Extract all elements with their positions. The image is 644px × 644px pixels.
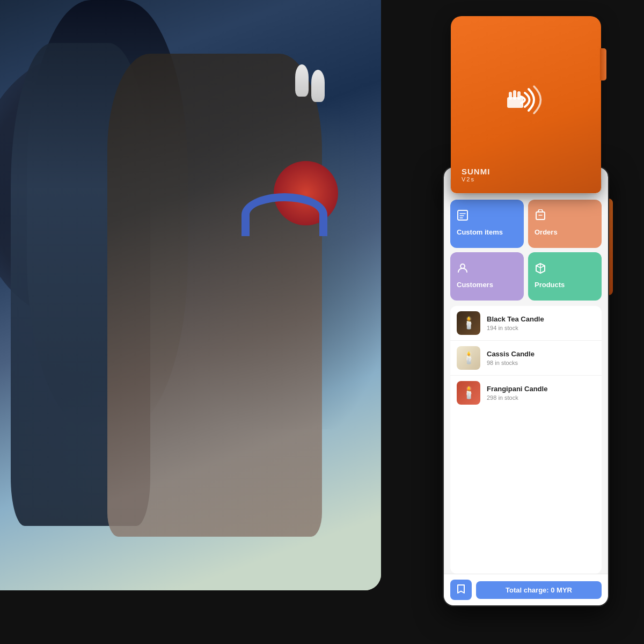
product-thumb: 🕯️	[457, 381, 480, 405]
product-name: Cassis Candle	[487, 350, 595, 359]
bottom-bar: Total charge: 0 MYR	[444, 574, 608, 605]
svg-rect-13	[536, 212, 545, 219]
product-item-cassis[interactable]: 🕯️ Cassis Candle 98 in stocks	[450, 341, 602, 376]
model-name: V2s	[462, 176, 490, 182]
svg-rect-2	[513, 90, 516, 100]
terminal-brand: SUNMI V2s	[462, 167, 490, 182]
custom-items-icon	[457, 209, 469, 224]
product-list: 🕯️ Black Tea Candle 194 in stock 🕯️ Cass…	[450, 306, 602, 574]
category-grid: Custom items Orders	[450, 200, 602, 301]
products-button[interactable]: Products	[528, 252, 602, 301]
background-photo	[0, 0, 381, 590]
product-item-frangipani[interactable]: 🕯️ Frangipani Candle 298 in stock	[450, 376, 602, 410]
product-info: Cassis Candle 98 in stocks	[487, 350, 595, 367]
product-thumb: 🕯️	[457, 346, 480, 370]
orders-label: Orders	[535, 228, 558, 236]
product-stock: 194 in stock	[487, 325, 595, 331]
svg-point-15	[460, 264, 465, 268]
product-name: Black Tea Candle	[487, 315, 595, 324]
candle-image: 🕯️	[457, 311, 480, 335]
orders-button[interactable]: Orders	[528, 200, 602, 248]
phone-body: Search	[443, 166, 609, 606]
orders-icon	[535, 209, 546, 224]
bookmark-icon	[457, 584, 465, 596]
product-stock: 298 in stock	[487, 394, 595, 401]
custom-items-button[interactable]: Custom items	[450, 200, 524, 248]
product-item-black-tea[interactable]: 🕯️ Black Tea Candle 194 in stock	[450, 306, 602, 341]
total-charge-button[interactable]: Total charge: 0 MYR	[476, 581, 602, 599]
candle-image: 🕯️	[457, 346, 480, 370]
product-info: Frangipani Candle 298 in stock	[487, 385, 595, 401]
brand-name: SUNMI	[462, 167, 490, 176]
products-label: Products	[535, 281, 565, 289]
bookmark-button[interactable]	[450, 580, 472, 600]
customers-label: Customers	[457, 281, 493, 289]
svg-rect-1	[509, 92, 512, 100]
products-icon	[535, 262, 546, 276]
terminal-top: SUNMI V2s	[451, 16, 601, 193]
product-stock: 98 in stocks	[487, 360, 595, 366]
pos-device: SUNMI V2s Search	[424, 16, 628, 623]
product-thumb: 🕯️	[457, 311, 480, 335]
phone-screen: Search	[444, 167, 608, 605]
svg-rect-9	[458, 210, 467, 220]
side-button[interactable]	[600, 48, 606, 80]
customers-icon	[457, 262, 469, 276]
svg-rect-3	[517, 91, 521, 100]
nfc-icon	[504, 84, 547, 120]
customers-button[interactable]: Customers	[450, 252, 524, 301]
product-name: Frangipani Candle	[487, 385, 595, 394]
product-info: Black Tea Candle 194 in stock	[487, 315, 595, 332]
custom-items-label: Custom items	[457, 228, 503, 236]
screen-content: Search	[444, 167, 608, 574]
candle-image: 🕯️	[457, 381, 480, 405]
